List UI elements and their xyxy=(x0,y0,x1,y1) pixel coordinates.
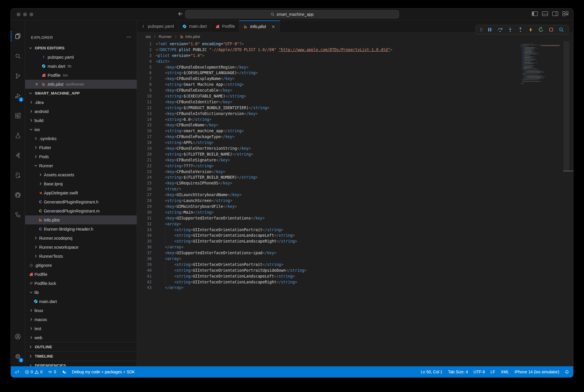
tree-item-android[interactable]: android xyxy=(25,107,137,116)
minimize-button[interactable] xyxy=(23,13,27,16)
line-number[interactable]: 17 xyxy=(137,134,152,140)
tree-item-AppDelegate.swift[interactable]: AppDelegate.swift xyxy=(25,188,137,197)
line-number[interactable]: 14 xyxy=(137,117,152,123)
line-number[interactable]: 26 xyxy=(137,186,152,192)
line-number[interactable]: 21 xyxy=(137,157,152,163)
code-line[interactable]: <key>CFBundleVersion</key> xyxy=(156,169,573,175)
status-forwarded-ports[interactable]: 0 xyxy=(48,370,56,374)
minimap[interactable]: <?xml version="1.0" encoding="UTF-8"?><!… xyxy=(521,44,564,85)
line-number[interactable]: 37 xyxy=(137,250,152,256)
tree-item-GeneratedPluginRegistrant.h[interactable]: CGeneratedPluginRegistrant.h xyxy=(25,197,137,206)
code-line[interactable]: <string>$(FLUTTER_BUILD_NAME)</string> xyxy=(156,151,573,157)
status-debug-configuration[interactable]: Debug my code + packages + SDK xyxy=(72,370,135,374)
tree-item-Runner.xcodeproj[interactable]: Runner.xcodeproj xyxy=(25,234,137,243)
activity-search[interactable] xyxy=(11,46,25,66)
line-number[interactable]: 39 xyxy=(137,262,152,268)
code-line[interactable]: <key>CFBundleShortVersionString</key> xyxy=(156,146,573,151)
tree-item-Runner-Bridging-Header.h[interactable]: CRunner-Bridging-Header.h xyxy=(25,224,137,234)
code-line[interactable]: <string>$(PRODUCT_BUNDLE_IDENTIFIER)</st… xyxy=(156,105,573,111)
tree-item-build[interactable]: build xyxy=(25,116,137,125)
code-line[interactable]: <key>CFBundleExecutable</key> xyxy=(156,88,573,93)
code-line[interactable]: <key>UISupportedInterfaceOrientations</k… xyxy=(156,215,573,221)
breadcrumb-item[interactable]: Info.plist xyxy=(180,34,200,39)
project-header[interactable]: SMART_MACHINE_APP xyxy=(25,89,137,98)
code-line[interactable]: <key>CFBundleInfoDictionaryVersion</key> xyxy=(156,111,573,117)
tree-item-ios[interactable]: ios xyxy=(25,125,137,134)
activity-file-settings[interactable] xyxy=(11,165,25,185)
tab-Info.plist[interactable]: Info.plist xyxy=(239,20,280,32)
code-line[interactable]: <string>LaunchScreen</string> xyxy=(156,198,573,204)
tree-item-Pods[interactable]: Pods xyxy=(25,152,137,161)
tree-item-main.dart[interactable]: main.dart xyxy=(25,297,137,306)
activity-github[interactable] xyxy=(11,185,25,205)
line-number[interactable]: 20 xyxy=(137,151,152,157)
code-line[interactable]: <dict> xyxy=(156,59,573,65)
status-eol[interactable]: LF xyxy=(491,370,495,374)
open-editor-item[interactable]: Info.plistios/Runner xyxy=(25,80,137,89)
line-number[interactable]: 34 xyxy=(137,233,152,238)
tree-item-macos[interactable]: macos xyxy=(25,315,137,324)
breadcrumb-item[interactable]: ios xyxy=(146,34,151,39)
close-icon[interactable] xyxy=(271,25,275,29)
activity-extensions[interactable] xyxy=(11,106,25,126)
code-line[interactable]: <string>6.0</string> xyxy=(156,117,573,123)
tab-Podfile[interactable]: Podfile xyxy=(211,20,239,32)
editor[interactable]: 1234567891011121314151617181920212223242… xyxy=(137,41,573,366)
status-debug-session-icon[interactable] xyxy=(62,370,66,374)
code-line[interactable]: <string>UIInterfaceOrientationLandscapeR… xyxy=(156,238,573,244)
line-number[interactable]: 13 xyxy=(137,111,152,117)
line-number[interactable]: 35 xyxy=(137,238,152,244)
tree-item-RunnerTests[interactable]: RunnerTests xyxy=(25,252,137,261)
tab-main.dart[interactable]: main.dart xyxy=(178,20,211,32)
code-line[interactable]: <key>CFBundleIdentifier</key> xyxy=(156,99,573,105)
status-problems[interactable]: 00 xyxy=(25,370,42,374)
close-icon[interactable] xyxy=(34,82,41,86)
code-line[interactable]: <key>UILaunchStoryboardName</key> xyxy=(156,192,573,198)
line-number[interactable]: 10 xyxy=(137,93,152,99)
section-header-timeline[interactable]: TIMELINE xyxy=(25,351,137,361)
open-editors-header[interactable]: OPEN EDITORS xyxy=(25,43,137,53)
line-number[interactable]: 15 xyxy=(137,122,152,128)
step-into-button[interactable] xyxy=(505,27,515,32)
tree-item-Podfile.lock[interactable]: Podfile.lock xyxy=(25,279,137,288)
code-line[interactable]: <string>UIInterfaceOrientationPortraitUp… xyxy=(156,268,573,273)
open-editor-item[interactable]: main.dartlib xyxy=(25,62,137,71)
section-header-outline[interactable]: OUTLINE xyxy=(25,342,137,351)
zoom-button[interactable] xyxy=(30,13,33,16)
status-language-mode[interactable]: XML xyxy=(501,370,509,374)
tree-item-.symlinks[interactable]: .symlinks xyxy=(25,134,137,143)
line-number[interactable]: 42 xyxy=(137,279,152,285)
tree-item-Base.lproj[interactable]: Base.lproj xyxy=(25,179,137,188)
line-number[interactable]: 30 xyxy=(137,210,152,215)
line-number[interactable]: 7 xyxy=(137,76,152,82)
tree-item-test[interactable]: test xyxy=(25,324,137,333)
tree-item-web[interactable]: web xyxy=(25,333,137,342)
breadcrumb-item[interactable]: Runner xyxy=(159,34,171,39)
code-line[interactable]: <key>CFBundleDisplayName</key> xyxy=(156,76,573,82)
tree-item-linux[interactable]: linux xyxy=(25,306,137,315)
activity-flutter[interactable] xyxy=(11,145,25,165)
toggle-secondary-sidebar-button[interactable] xyxy=(552,11,558,18)
step-over-button[interactable] xyxy=(495,27,505,33)
tree-item-.idea[interactable]: .idea xyxy=(25,98,137,107)
status-encoding[interactable]: UTF-8 xyxy=(474,370,485,374)
code-line[interactable]: <string>UIInterfaceOrientationPortrait</… xyxy=(156,262,573,268)
code-line[interactable]: <key>UISupportedInterfaceOrientations~ip… xyxy=(156,250,573,256)
code-line[interactable]: <key>CFBundlePackageType</key> xyxy=(156,134,573,140)
line-number[interactable]: 38 xyxy=(137,256,152,262)
code-line[interactable]: <string>UIInterfaceOrientationPortrait</… xyxy=(156,227,573,233)
line-number[interactable]: 29 xyxy=(137,204,152,210)
line-number[interactable]: 28 xyxy=(137,198,152,204)
tree-item-Assets.xcassets[interactable]: Assets.xcassets xyxy=(25,170,137,179)
search-box[interactable]: smart_machine_app xyxy=(185,10,399,18)
code-line[interactable]: <key>CFBundleSignature</key> xyxy=(156,157,573,163)
line-number[interactable]: 18 xyxy=(137,140,152,146)
code-area[interactable]: <?xml version="1.0" encoding="UTF-8"?><!… xyxy=(152,41,573,366)
line-number[interactable]: 2 xyxy=(137,47,152,53)
line-number[interactable]: 24 xyxy=(137,175,152,180)
code-line[interactable]: <string>$(EXECUTABLE_NAME)</string> xyxy=(156,93,573,99)
activity-explorer[interactable] xyxy=(11,26,25,46)
step-out-button[interactable] xyxy=(515,27,526,32)
toggle-primary-sidebar-button[interactable] xyxy=(532,11,538,18)
code-line[interactable]: <key>LSRequiresIPhoneOS</key> xyxy=(156,180,573,186)
